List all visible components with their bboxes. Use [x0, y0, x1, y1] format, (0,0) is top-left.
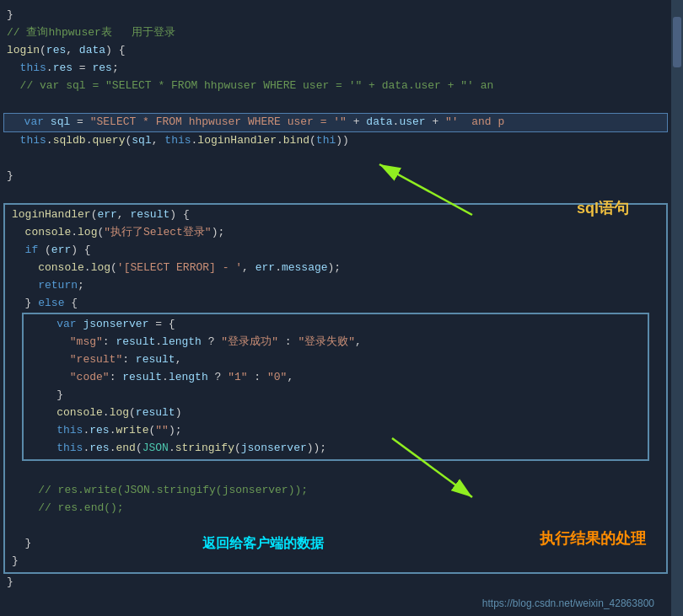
- url-bar: https://blog.csdn.net/weixin_42863800: [482, 597, 654, 609]
- code-line: var jsonserver = {: [24, 316, 648, 334]
- code-line: // res.write(JSON.stringify(jsonserver))…: [5, 482, 666, 500]
- code-line: console.log('[SELECT ERROR] - ', err.mes…: [5, 260, 666, 277]
- scrollbar[interactable]: [671, 0, 683, 616]
- code-line: } else {: [5, 295, 666, 313]
- jsonserver-block: var jsonserver = { "msg": result.length …: [22, 313, 649, 461]
- code-line: // var sql = "SELECT * FROM hhpwuser WHE…: [0, 78, 671, 95]
- code-line: this.res.write("");: [24, 422, 648, 440]
- code-line: this.res.end(JSON.stringify(jsonserver))…: [24, 440, 648, 458]
- loginhandler-block: loginHandler(err, result) { console.log(…: [3, 203, 668, 574]
- code-line: [5, 464, 666, 482]
- code-line: }: [0, 7, 671, 24]
- annotation-result: 执行结果的处理: [540, 528, 646, 549]
- code-line: }: [24, 387, 648, 404]
- code-area: } // 查询hhpwuser表 用于登录 login(res, data) {…: [0, 0, 671, 616]
- code-line: [0, 150, 671, 168]
- scrollbar-thumb[interactable]: [673, 17, 681, 67]
- code-line: this.sqldb.query(sql, this.loginHandler.…: [0, 132, 671, 150]
- code-line: }: [0, 168, 671, 185]
- code-line: [0, 185, 671, 203]
- code-line: loginHandler(err, result) {: [5, 206, 666, 224]
- code-line: login(res, data) {: [0, 42, 671, 60]
- annotation-sql: sql语句: [577, 198, 629, 218]
- code-line: "code": result.length ? "1" : "0",: [24, 369, 648, 387]
- code-content: } // 查询hhpwuser表 用于登录 login(res, data) {…: [0, 0, 671, 598]
- code-line: if (err) {: [5, 242, 666, 260]
- main-container: } // 查询hhpwuser表 用于登录 login(res, data) {…: [0, 0, 683, 616]
- code-line: this.res = res;: [0, 60, 671, 78]
- annotation-return: 返回给客户端的数据: [202, 535, 324, 553]
- code-line: return;: [5, 277, 666, 295]
- code-line: }: [5, 553, 666, 570]
- code-line: "msg": result.length ? "登录成功" : "登录失败",: [24, 334, 648, 351]
- code-line: // 查询hhpwuser表 用于登录: [0, 24, 671, 42]
- code-line: // res.end();: [5, 500, 666, 517]
- code-line: }: [0, 574, 671, 592]
- code-line: console.log("执行了Select登录");: [5, 224, 666, 242]
- code-line: console.log(result): [24, 404, 648, 422]
- sql-line: var sql = "SELECT * FROM hhpwuser WHERE …: [3, 113, 668, 132]
- code-line: [0, 95, 671, 113]
- code-line: "result": result,: [24, 351, 648, 369]
